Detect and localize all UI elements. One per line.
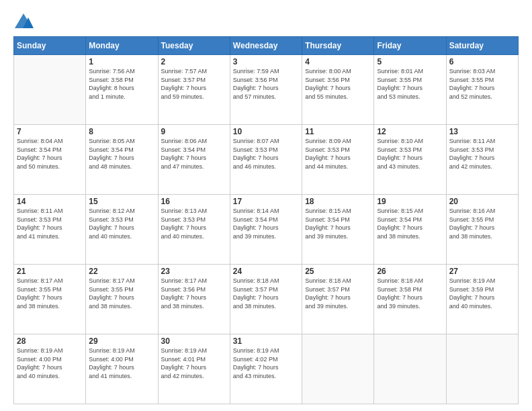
calendar-cell: [374, 334, 446, 404]
calendar-cell: [446, 334, 518, 404]
calendar-cell: 24Sunrise: 8:18 AMSunset: 3:57 PMDayligh…: [230, 265, 302, 334]
day-number: 16: [161, 197, 227, 206]
day-info: Sunrise: 8:14 AMSunset: 3:54 PMDaylight:…: [233, 207, 299, 240]
day-info: Sunrise: 8:19 AMSunset: 3:59 PMDaylight:…: [449, 277, 515, 310]
day-info: Sunrise: 8:19 AMSunset: 4:02 PMDaylight:…: [233, 347, 299, 380]
calendar-cell: 2Sunrise: 7:57 AMSunset: 3:57 PMDaylight…: [158, 55, 230, 125]
weekday-header-wednesday: Wednesday: [230, 37, 302, 55]
day-info: Sunrise: 7:59 AMSunset: 3:56 PMDaylight:…: [233, 67, 299, 101]
day-info: Sunrise: 8:07 AMSunset: 3:53 PMDaylight:…: [233, 137, 299, 171]
day-number: 2: [161, 57, 227, 66]
day-number: 13: [449, 127, 515, 136]
day-info: Sunrise: 8:12 AMSunset: 3:53 PMDaylight:…: [89, 207, 154, 240]
day-number: 29: [89, 336, 154, 346]
weekday-header-monday: Monday: [86, 37, 158, 55]
day-info: Sunrise: 8:15 AMSunset: 3:54 PMDaylight:…: [305, 207, 371, 240]
day-number: 26: [377, 267, 443, 276]
calendar-cell: [302, 334, 374, 404]
logo-icon: [13, 12, 34, 31]
day-number: 27: [449, 267, 515, 276]
calendar-table: SundayMondayTuesdayWednesdayThursdayFrid…: [13, 36, 519, 404]
weekday-header-row: SundayMondayTuesdayWednesdayThursdayFrid…: [14, 37, 519, 55]
calendar-cell: 28Sunrise: 8:19 AMSunset: 4:00 PMDayligh…: [14, 334, 86, 404]
day-number: 9: [161, 127, 227, 136]
calendar-cell: 22Sunrise: 8:17 AMSunset: 3:55 PMDayligh…: [86, 265, 158, 334]
day-number: 22: [89, 267, 154, 276]
day-info: Sunrise: 8:11 AMSunset: 3:53 PMDaylight:…: [449, 137, 515, 171]
calendar-cell: 25Sunrise: 8:18 AMSunset: 3:57 PMDayligh…: [302, 265, 374, 334]
calendar-cell: 11Sunrise: 8:09 AMSunset: 3:53 PMDayligh…: [302, 125, 374, 195]
day-info: Sunrise: 8:18 AMSunset: 3:57 PMDaylight:…: [233, 277, 299, 310]
day-info: Sunrise: 8:01 AMSunset: 3:55 PMDaylight:…: [377, 67, 443, 101]
day-info: Sunrise: 8:17 AMSunset: 3:56 PMDaylight:…: [161, 277, 227, 310]
page: SundayMondayTuesdayWednesdayThursdayFrid…: [0, 0, 532, 411]
day-info: Sunrise: 7:57 AMSunset: 3:57 PMDaylight:…: [161, 67, 227, 101]
calendar-cell: 8Sunrise: 8:05 AMSunset: 3:54 PMDaylight…: [86, 125, 158, 195]
calendar-week-row: 7Sunrise: 8:04 AMSunset: 3:54 PMDaylight…: [14, 125, 519, 195]
day-info: Sunrise: 8:10 AMSunset: 3:53 PMDaylight:…: [377, 137, 443, 171]
day-info: Sunrise: 8:18 AMSunset: 3:58 PMDaylight:…: [377, 277, 443, 310]
calendar-cell: 21Sunrise: 8:17 AMSunset: 3:55 PMDayligh…: [14, 265, 86, 334]
calendar-cell: 9Sunrise: 8:06 AMSunset: 3:54 PMDaylight…: [158, 125, 230, 195]
weekday-header-friday: Friday: [374, 37, 446, 55]
calendar-cell: 16Sunrise: 8:13 AMSunset: 3:53 PMDayligh…: [158, 195, 230, 265]
day-number: 30: [161, 336, 227, 346]
day-info: Sunrise: 8:05 AMSunset: 3:54 PMDaylight:…: [89, 137, 154, 171]
day-number: 11: [305, 127, 371, 136]
day-number: 15: [89, 197, 154, 206]
day-number: 10: [233, 127, 299, 136]
day-info: Sunrise: 8:03 AMSunset: 3:55 PMDaylight:…: [449, 67, 515, 101]
calendar-cell: 4Sunrise: 8:00 AMSunset: 3:56 PMDaylight…: [302, 55, 374, 125]
day-info: Sunrise: 8:19 AMSunset: 4:00 PMDaylight:…: [89, 347, 154, 380]
calendar-cell: 17Sunrise: 8:14 AMSunset: 3:54 PMDayligh…: [230, 195, 302, 265]
day-number: 17: [233, 197, 299, 206]
day-number: 21: [17, 267, 83, 276]
calendar-week-row: 1Sunrise: 7:56 AMSunset: 3:58 PMDaylight…: [14, 55, 519, 125]
calendar-cell: 1Sunrise: 7:56 AMSunset: 3:58 PMDaylight…: [86, 55, 158, 125]
day-info: Sunrise: 7:56 AMSunset: 3:58 PMDaylight:…: [89, 67, 154, 101]
calendar-cell: 12Sunrise: 8:10 AMSunset: 3:53 PMDayligh…: [374, 125, 446, 195]
calendar-cell: 23Sunrise: 8:17 AMSunset: 3:56 PMDayligh…: [158, 265, 230, 334]
day-number: 4: [305, 57, 371, 66]
day-info: Sunrise: 8:19 AMSunset: 4:01 PMDaylight:…: [161, 347, 227, 380]
weekday-header-thursday: Thursday: [302, 37, 374, 55]
day-info: Sunrise: 8:00 AMSunset: 3:56 PMDaylight:…: [305, 67, 371, 101]
day-number: 14: [17, 197, 83, 206]
day-number: 18: [305, 197, 371, 206]
weekday-header-saturday: Saturday: [446, 37, 518, 55]
day-number: 8: [89, 127, 154, 136]
calendar-week-row: 14Sunrise: 8:11 AMSunset: 3:53 PMDayligh…: [14, 195, 519, 265]
day-info: Sunrise: 8:06 AMSunset: 3:54 PMDaylight:…: [161, 137, 227, 171]
day-number: 1: [89, 57, 154, 66]
calendar-cell: 15Sunrise: 8:12 AMSunset: 3:53 PMDayligh…: [86, 195, 158, 265]
day-info: Sunrise: 8:04 AMSunset: 3:54 PMDaylight:…: [17, 137, 83, 171]
day-info: Sunrise: 8:16 AMSunset: 3:55 PMDaylight:…: [449, 207, 515, 240]
day-number: 7: [17, 127, 83, 136]
day-info: Sunrise: 8:13 AMSunset: 3:53 PMDaylight:…: [161, 207, 227, 240]
calendar-cell: 20Sunrise: 8:16 AMSunset: 3:55 PMDayligh…: [446, 195, 518, 265]
day-info: Sunrise: 8:17 AMSunset: 3:55 PMDaylight:…: [89, 277, 154, 310]
day-info: Sunrise: 8:19 AMSunset: 4:00 PMDaylight:…: [17, 347, 83, 380]
calendar-cell: [14, 55, 86, 125]
day-number: 5: [377, 57, 443, 66]
day-info: Sunrise: 8:18 AMSunset: 3:57 PMDaylight:…: [305, 277, 371, 310]
day-number: 31: [233, 336, 299, 346]
calendar-cell: 26Sunrise: 8:18 AMSunset: 3:58 PMDayligh…: [374, 265, 446, 334]
calendar-cell: 31Sunrise: 8:19 AMSunset: 4:02 PMDayligh…: [230, 334, 302, 404]
calendar-cell: 14Sunrise: 8:11 AMSunset: 3:53 PMDayligh…: [14, 195, 86, 265]
calendar-cell: 18Sunrise: 8:15 AMSunset: 3:54 PMDayligh…: [302, 195, 374, 265]
calendar-cell: 7Sunrise: 8:04 AMSunset: 3:54 PMDaylight…: [14, 125, 86, 195]
calendar-week-row: 28Sunrise: 8:19 AMSunset: 4:00 PMDayligh…: [14, 334, 519, 404]
calendar-cell: 30Sunrise: 8:19 AMSunset: 4:01 PMDayligh…: [158, 334, 230, 404]
calendar-cell: 5Sunrise: 8:01 AMSunset: 3:55 PMDaylight…: [374, 55, 446, 125]
day-info: Sunrise: 8:17 AMSunset: 3:55 PMDaylight:…: [17, 277, 83, 310]
day-number: 28: [17, 336, 83, 346]
day-number: 3: [233, 57, 299, 66]
logo: [13, 12, 35, 31]
weekday-header-sunday: Sunday: [14, 37, 86, 55]
day-number: 24: [233, 267, 299, 276]
day-info: Sunrise: 8:15 AMSunset: 3:54 PMDaylight:…: [377, 207, 443, 240]
day-number: 12: [377, 127, 443, 136]
day-info: Sunrise: 8:09 AMSunset: 3:53 PMDaylight:…: [305, 137, 371, 171]
calendar-cell: 19Sunrise: 8:15 AMSunset: 3:54 PMDayligh…: [374, 195, 446, 265]
